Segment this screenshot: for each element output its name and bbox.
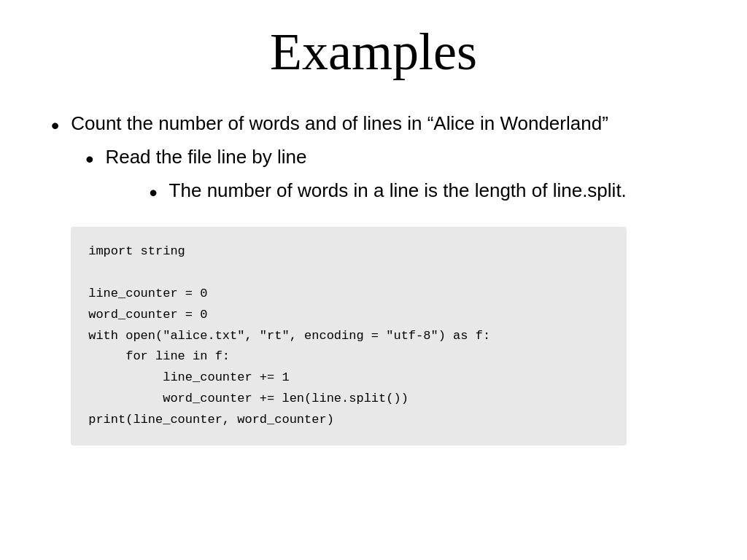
page-title: Examples (44, 22, 703, 82)
bullet-content-2: Read the file line by line • The number … (105, 145, 626, 214)
content-area: • Count the number of words and of lines… (51, 112, 703, 446)
bullet-text-3: The number of words in a line is the len… (169, 179, 627, 203)
bullet-dot-1: • (51, 112, 59, 139)
bullet-item-3: • The number of words in a line is the l… (149, 179, 626, 206)
bullet-dot-3: • (149, 179, 157, 206)
bullet-list-level2: • Read the file line by line • The numbe… (71, 145, 627, 214)
bullet-list-level1: • Count the number of words and of lines… (51, 112, 703, 446)
bullet-content-1: Count the number of words and of lines i… (71, 112, 627, 446)
bullet-text-2: Read the file line by line (105, 146, 306, 168)
bullet-item-1: • Count the number of words and of lines… (51, 112, 703, 446)
bullet-dot-2: • (85, 145, 93, 173)
bullet-list-level3: • The number of words in a line is the l… (105, 179, 626, 206)
bullet-item-2: • Read the file line by line • The numbe… (85, 145, 627, 214)
bullet-text-1: Count the number of words and of lines i… (71, 112, 608, 134)
code-block: import string line_counter = 0 word_coun… (71, 227, 627, 446)
